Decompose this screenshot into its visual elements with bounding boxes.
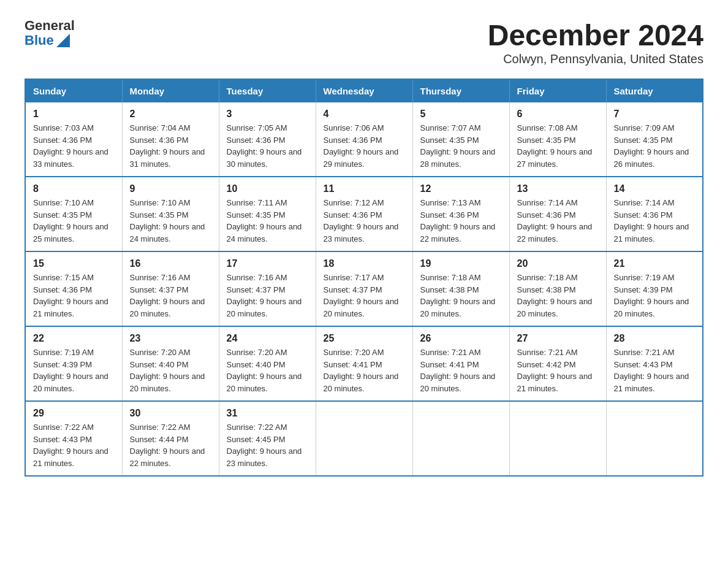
calendar-cell: 29 Sunrise: 7:22 AMSunset: 4:43 PMDaylig… <box>25 401 122 476</box>
calendar-cell: 21 Sunrise: 7:19 AMSunset: 4:39 PMDaylig… <box>606 251 703 326</box>
calendar-cell: 10 Sunrise: 7:11 AMSunset: 4:35 PMDaylig… <box>219 177 316 251</box>
calendar-week-row: 8 Sunrise: 7:10 AMSunset: 4:35 PMDayligh… <box>25 177 703 251</box>
day-info: Sunrise: 7:04 AMSunset: 4:36 PMDaylight:… <box>130 122 211 170</box>
calendar-cell: 26 Sunrise: 7:21 AMSunset: 4:41 PMDaylig… <box>412 326 509 401</box>
calendar-week-row: 29 Sunrise: 7:22 AMSunset: 4:43 PMDaylig… <box>25 401 703 476</box>
day-number: 9 <box>130 183 211 194</box>
calendar-cell: 16 Sunrise: 7:16 AMSunset: 4:37 PMDaylig… <box>122 251 219 326</box>
calendar-cell <box>412 401 509 476</box>
calendar-cell: 2 Sunrise: 7:04 AMSunset: 4:36 PMDayligh… <box>122 102 219 177</box>
day-number: 29 <box>33 408 115 419</box>
day-number: 27 <box>517 333 599 344</box>
day-info: Sunrise: 7:13 AMSunset: 4:36 PMDaylight:… <box>420 197 502 245</box>
calendar-table: SundayMondayTuesdayWednesdayThursdayFrid… <box>25 79 703 477</box>
day-number: 8 <box>33 183 115 194</box>
calendar-cell: 4 Sunrise: 7:06 AMSunset: 4:36 PMDayligh… <box>316 102 412 177</box>
day-info: Sunrise: 7:16 AMSunset: 4:37 PMDaylight:… <box>227 272 308 320</box>
calendar-cell: 15 Sunrise: 7:15 AMSunset: 4:36 PMDaylig… <box>25 251 122 326</box>
calendar-cell: 3 Sunrise: 7:05 AMSunset: 4:36 PMDayligh… <box>219 102 316 177</box>
calendar-cell: 5 Sunrise: 7:07 AMSunset: 4:35 PMDayligh… <box>412 102 509 177</box>
day-info: Sunrise: 7:21 AMSunset: 4:41 PMDaylight:… <box>420 347 502 394</box>
day-number: 31 <box>227 408 308 419</box>
calendar-cell: 23 Sunrise: 7:20 AMSunset: 4:40 PMDaylig… <box>122 326 219 401</box>
day-info: Sunrise: 7:22 AMSunset: 4:44 PMDaylight:… <box>130 421 211 469</box>
calendar-cell <box>316 401 412 476</box>
day-number: 12 <box>420 183 502 194</box>
logo: General Blue <box>25 18 75 48</box>
day-info: Sunrise: 7:19 AMSunset: 4:39 PMDaylight:… <box>33 347 115 394</box>
day-number: 5 <box>420 109 502 120</box>
day-number: 28 <box>614 333 696 344</box>
day-info: Sunrise: 7:05 AMSunset: 4:36 PMDaylight:… <box>227 122 308 170</box>
day-info: Sunrise: 7:20 AMSunset: 4:40 PMDaylight:… <box>130 347 211 394</box>
day-number: 19 <box>420 258 502 269</box>
day-number: 15 <box>33 258 115 269</box>
day-number: 30 <box>130 408 211 419</box>
calendar-cell: 24 Sunrise: 7:20 AMSunset: 4:40 PMDaylig… <box>219 326 316 401</box>
weekday-header-friday: Friday <box>509 79 606 102</box>
weekday-header-saturday: Saturday <box>606 79 703 102</box>
weekday-header-wednesday: Wednesday <box>316 79 412 102</box>
calendar-cell: 22 Sunrise: 7:19 AMSunset: 4:39 PMDaylig… <box>25 326 122 401</box>
calendar-cell: 1 Sunrise: 7:03 AMSunset: 4:36 PMDayligh… <box>25 102 122 177</box>
calendar-cell: 20 Sunrise: 7:18 AMSunset: 4:38 PMDaylig… <box>509 251 606 326</box>
calendar-cell: 8 Sunrise: 7:10 AMSunset: 4:35 PMDayligh… <box>25 177 122 251</box>
calendar-cell: 7 Sunrise: 7:09 AMSunset: 4:35 PMDayligh… <box>606 102 703 177</box>
day-info: Sunrise: 7:20 AMSunset: 4:41 PMDaylight:… <box>324 347 405 394</box>
day-info: Sunrise: 7:10 AMSunset: 4:35 PMDaylight:… <box>33 197 115 245</box>
calendar-cell: 6 Sunrise: 7:08 AMSunset: 4:35 PMDayligh… <box>509 102 606 177</box>
calendar-cell: 31 Sunrise: 7:22 AMSunset: 4:45 PMDaylig… <box>219 401 316 476</box>
weekday-header-thursday: Thursday <box>412 79 509 102</box>
day-number: 3 <box>227 109 308 120</box>
calendar-week-row: 1 Sunrise: 7:03 AMSunset: 4:36 PMDayligh… <box>25 102 703 177</box>
calendar-cell <box>509 401 606 476</box>
day-info: Sunrise: 7:21 AMSunset: 4:43 PMDaylight:… <box>614 347 696 394</box>
calendar-cell: 9 Sunrise: 7:10 AMSunset: 4:35 PMDayligh… <box>122 177 219 251</box>
day-info: Sunrise: 7:17 AMSunset: 4:37 PMDaylight:… <box>324 272 405 320</box>
page-subtitle: Colwyn, Pennsylvania, United States <box>488 52 703 66</box>
day-number: 25 <box>324 333 405 344</box>
day-info: Sunrise: 7:18 AMSunset: 4:38 PMDaylight:… <box>420 272 502 320</box>
svg-marker-0 <box>56 34 70 47</box>
calendar-cell: 18 Sunrise: 7:17 AMSunset: 4:37 PMDaylig… <box>316 251 412 326</box>
weekday-header-sunday: Sunday <box>25 79 122 102</box>
day-info: Sunrise: 7:12 AMSunset: 4:36 PMDaylight:… <box>324 197 405 245</box>
logo-general-text: General <box>25 18 75 33</box>
day-number: 23 <box>130 333 211 344</box>
day-info: Sunrise: 7:20 AMSunset: 4:40 PMDaylight:… <box>227 347 308 394</box>
day-number: 7 <box>614 109 696 120</box>
page-header: General Blue December 2024 Colwyn, Penns… <box>25 18 703 66</box>
day-info: Sunrise: 7:07 AMSunset: 4:35 PMDaylight:… <box>420 122 502 170</box>
day-number: 22 <box>33 333 115 344</box>
day-number: 16 <box>130 258 211 269</box>
calendar-cell: 28 Sunrise: 7:21 AMSunset: 4:43 PMDaylig… <box>606 326 703 401</box>
day-number: 4 <box>324 109 405 120</box>
day-info: Sunrise: 7:10 AMSunset: 4:35 PMDaylight:… <box>130 197 211 245</box>
day-number: 20 <box>517 258 599 269</box>
day-number: 24 <box>227 333 308 344</box>
weekday-header-monday: Monday <box>122 79 219 102</box>
calendar-cell: 27 Sunrise: 7:21 AMSunset: 4:42 PMDaylig… <box>509 326 606 401</box>
day-info: Sunrise: 7:21 AMSunset: 4:42 PMDaylight:… <box>517 347 599 394</box>
day-number: 2 <box>130 109 211 120</box>
title-area: December 2024 Colwyn, Pennsylvania, Unit… <box>488 18 703 66</box>
calendar-cell: 14 Sunrise: 7:14 AMSunset: 4:36 PMDaylig… <box>606 177 703 251</box>
calendar-week-row: 15 Sunrise: 7:15 AMSunset: 4:36 PMDaylig… <box>25 251 703 326</box>
calendar-week-row: 22 Sunrise: 7:19 AMSunset: 4:39 PMDaylig… <box>25 326 703 401</box>
logo-blue-text: Blue <box>25 33 54 48</box>
day-info: Sunrise: 7:16 AMSunset: 4:37 PMDaylight:… <box>130 272 211 320</box>
day-number: 18 <box>324 258 405 269</box>
day-info: Sunrise: 7:09 AMSunset: 4:35 PMDaylight:… <box>614 122 696 170</box>
day-info: Sunrise: 7:22 AMSunset: 4:43 PMDaylight:… <box>33 421 115 469</box>
day-number: 13 <box>517 183 599 194</box>
day-number: 21 <box>614 258 696 269</box>
day-info: Sunrise: 7:19 AMSunset: 4:39 PMDaylight:… <box>614 272 696 320</box>
logo-triangle-icon <box>56 34 70 47</box>
calendar-cell: 25 Sunrise: 7:20 AMSunset: 4:41 PMDaylig… <box>316 326 412 401</box>
day-info: Sunrise: 7:22 AMSunset: 4:45 PMDaylight:… <box>227 421 308 469</box>
calendar-header-row: SundayMondayTuesdayWednesdayThursdayFrid… <box>25 79 703 102</box>
day-info: Sunrise: 7:14 AMSunset: 4:36 PMDaylight:… <box>517 197 599 245</box>
weekday-header-tuesday: Tuesday <box>219 79 316 102</box>
day-number: 1 <box>33 109 115 120</box>
day-number: 6 <box>517 109 599 120</box>
